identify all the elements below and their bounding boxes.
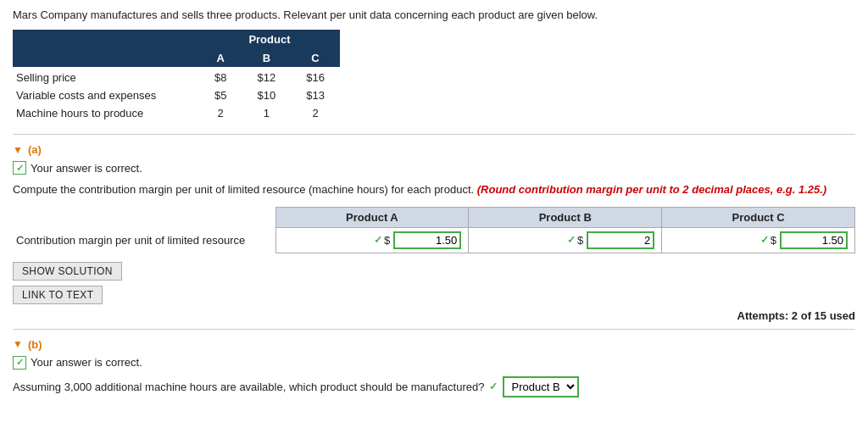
col-a-header: A <box>199 49 242 68</box>
cm-cell-b: ✓ $ <box>469 227 662 253</box>
assuming-row: Assuming 3,000 additional machine hours … <box>13 376 855 397</box>
assuming-text: Assuming 3,000 additional machine hours … <box>13 381 484 393</box>
intro-text: Mars Company manufactures and sells thre… <box>13 8 855 21</box>
row-b-1: $10 <box>242 86 291 104</box>
show-solution-row: SHOW SOLUTION <box>13 262 855 281</box>
row-label-1: Variable costs and expenses <box>13 86 199 104</box>
divider-2 <box>13 329 855 330</box>
check-icon-a: ✓ <box>374 234 382 246</box>
product-select[interactable]: Product AProduct BProduct C <box>503 376 579 397</box>
link-to-text-row: LINK TO TEXT <box>13 286 855 304</box>
section-b-label: (b) <box>28 338 42 351</box>
cm-input-c[interactable] <box>780 231 848 249</box>
row-b-0: $12 <box>242 68 291 86</box>
dollar-a: $ <box>384 234 390 247</box>
dollar-b: $ <box>577 234 583 247</box>
attempts-text: Attempts: 2 of 15 used <box>737 309 855 322</box>
cm-col-b: Product B <box>469 207 662 227</box>
row-a-1: $5 <box>199 86 242 104</box>
triangle-icon-b: ▼ <box>13 338 23 350</box>
cm-input-b[interactable] <box>587 231 654 249</box>
show-solution-button[interactable]: SHOW SOLUTION <box>13 262 122 281</box>
divider-1 <box>13 134 855 135</box>
row-label-0: Selling price <box>13 68 199 86</box>
cm-cell-c: ✓ $ <box>662 227 855 253</box>
correct-text-a: Your answer is correct. <box>31 162 142 175</box>
check-icon-b: ✓ <box>567 234 576 246</box>
link-to-text-button[interactable]: LINK TO TEXT <box>13 286 103 304</box>
col-label-spacer <box>13 49 199 68</box>
correct-text-b: Your answer is correct. <box>31 356 142 369</box>
product-header: Product <box>199 30 340 49</box>
cm-row-label: Contribution margin per unit of limited … <box>13 227 275 253</box>
compute-text: Compute the contribution margin per unit… <box>13 181 855 198</box>
check-icon-c: ✓ <box>760 234 769 246</box>
row-label-2: Machine hours to produce <box>13 104 199 122</box>
section-a-label: (a) <box>28 143 42 156</box>
product-table: Product A B C Selling price $8 $12 $16 V… <box>13 30 340 122</box>
triangle-icon-a: ▼ <box>13 144 23 156</box>
cm-input-a[interactable] <box>393 231 461 249</box>
cm-col-a: Product A <box>275 207 469 227</box>
dollar-c: $ <box>771 234 776 247</box>
table-row: Selling price $8 $12 $16 <box>13 68 340 86</box>
cm-col-c: Product C <box>662 207 855 227</box>
row-c-1: $13 <box>291 86 340 104</box>
round-note: (Round contribution margin per unit to 2… <box>477 183 826 196</box>
compute-text-main: Compute the contribution margin per unit… <box>13 183 474 196</box>
table-row: Machine hours to produce 2 1 2 <box>13 104 340 122</box>
correct-row-b: ✓ Your answer is correct. <box>13 356 855 370</box>
row-a-2: 2 <box>199 104 242 122</box>
cm-col-spacer <box>13 207 275 227</box>
table-header-spacer <box>13 30 199 49</box>
section-b-header: ▼ (b) <box>13 338 855 351</box>
row-c-0: $16 <box>291 68 340 86</box>
check-box-b: ✓ <box>13 356 26 370</box>
cm-table: Product A Product B Product C Contributi… <box>13 207 855 253</box>
col-c-header: C <box>291 49 340 68</box>
check-icon-b2: ✓ <box>489 381 498 392</box>
cm-cell-a: ✓ $ <box>275 227 469 253</box>
row-a-0: $8 <box>199 68 242 86</box>
row-b-2: 1 <box>242 104 291 122</box>
check-box-a: ✓ <box>13 161 26 175</box>
attempts-row: Attempts: 2 of 15 used <box>13 309 855 322</box>
table-row: Variable costs and expenses $5 $10 $13 <box>13 86 340 104</box>
col-b-header: B <box>242 49 291 68</box>
correct-row-a: ✓ Your answer is correct. <box>13 161 855 175</box>
row-c-2: 2 <box>291 104 340 122</box>
section-a-header: ▼ (a) <box>13 143 855 156</box>
